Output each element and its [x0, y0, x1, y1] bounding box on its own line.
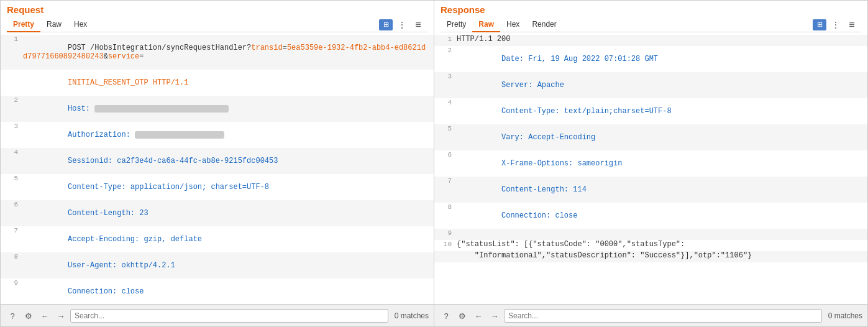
response-line-8: 8 Connection: close	[434, 203, 867, 229]
response-content: 1 HTTP/1.1 200 2 Date: Fri, 19 Aug 2022 …	[434, 32, 867, 304]
request-line-3: 3 Authorization:	[1, 122, 434, 148]
response-line-10b: "Informational","statusDescription": "Su…	[434, 251, 867, 262]
response-forward-btn[interactable]: →	[488, 309, 501, 323]
request-line-7: 7 Accept-Encoding: gzip, deflate	[1, 226, 434, 252]
request-gear-btn[interactable]: ⚙	[22, 309, 35, 323]
response-search-input[interactable]	[504, 309, 822, 323]
request-line-1b: INITIAL_RESENT_OTP HTTP/1.1	[1, 70, 434, 96]
tab-pretty-request[interactable]: Pretty	[7, 17, 40, 32]
response-back-btn[interactable]: ←	[472, 309, 485, 323]
request-search-input[interactable]	[70, 309, 388, 323]
tab-raw-response[interactable]: Raw	[472, 17, 500, 32]
response-lines-btn[interactable]: ⋮	[829, 19, 843, 30]
request-tabs-row: Pretty Raw Hex ⊞ ⋮ ≡	[7, 17, 427, 32]
response-help-btn[interactable]: ?	[439, 309, 453, 323]
response-toolbar-icons: ⊞ ⋮ ≡	[810, 18, 861, 32]
request-panel: Request Pretty Raw Hex ⊞ ⋮ ≡ 1 POST /Hob…	[1, 1, 434, 304]
request-content: 1 POST /HobsIntegration/syncRequestHandl…	[1, 32, 434, 304]
request-toolbar-icons: ⊞ ⋮ ≡	[377, 18, 427, 32]
response-matches-count: 0 matches	[825, 311, 862, 320]
response-line-3: 3 Server: Apache	[434, 72, 867, 98]
response-menu-btn[interactable]: ≡	[845, 19, 859, 30]
response-bottom-bar: ? ⚙ ← → 0 matches	[434, 305, 867, 327]
response-line-6: 6 X-Frame-Options: sameorigin	[434, 150, 867, 177]
response-wrap-btn[interactable]: ⊞	[813, 19, 826, 30]
response-tabs-row: Pretty Raw Hex Render ⊞ ⋮ ≡	[441, 17, 861, 32]
request-menu-btn[interactable]: ≡	[411, 19, 425, 30]
tab-hex-response[interactable]: Hex	[500, 17, 526, 32]
response-gear-btn[interactable]: ⚙	[455, 309, 469, 323]
response-line-7: 7 Content-Length: 114	[434, 177, 867, 203]
tab-pretty-response[interactable]: Pretty	[441, 17, 472, 32]
tab-render-response[interactable]: Render	[526, 17, 562, 32]
response-title: Response	[441, 4, 861, 15]
request-help-btn[interactable]: ?	[6, 309, 19, 323]
request-line-6: 6 Content-Length: 23	[1, 200, 434, 226]
request-lines-btn[interactable]: ⋮	[395, 19, 409, 30]
request-line-5: 5 Content-Type: application/json; charse…	[1, 174, 434, 200]
request-line-9: 9 Connection: close	[1, 279, 434, 304]
request-line-8: 8 User-Agent: okhttp/4.2.1	[1, 252, 434, 279]
request-bottom-bar: ? ⚙ ← → 0 matches	[1, 305, 434, 327]
tab-raw-request[interactable]: Raw	[40, 17, 68, 32]
request-wrap-btn[interactable]: ⊞	[379, 19, 393, 30]
request-matches-count: 0 matches	[391, 311, 429, 320]
response-line-2: 2 Date: Fri, 19 Aug 2022 07:01:28 GMT	[434, 46, 867, 72]
response-line-1: 1 HTTP/1.1 200	[434, 35, 867, 46]
response-line-10: 10 {"statusList": [{"statusCode": "0000"…	[434, 240, 867, 251]
request-title: Request	[7, 4, 427, 15]
request-line-1: 1 POST /HobsIntegration/syncRequestHandl…	[1, 35, 434, 70]
response-header: Response Pretty Raw Hex Render ⊞ ⋮ ≡	[434, 1, 867, 32]
tab-hex-request[interactable]: Hex	[68, 17, 93, 32]
request-forward-btn[interactable]: →	[54, 309, 68, 323]
request-line-4: 4 Sessionid: ca2f3e4d-ca6a-44fc-ab8e-921…	[1, 148, 434, 174]
response-line-9: 9	[434, 229, 867, 240]
response-line-5: 5 Vary: Accept-Encoding	[434, 124, 867, 150]
response-panel: Response Pretty Raw Hex Render ⊞ ⋮ ≡ 1 H…	[434, 1, 867, 304]
request-line-2: 2 Host:	[1, 96, 434, 122]
response-line-4: 4 Content-Type: text/plain;charset=UTF-8	[434, 98, 867, 124]
request-back-btn[interactable]: ←	[38, 309, 52, 323]
request-header: Request Pretty Raw Hex ⊞ ⋮ ≡	[1, 1, 434, 32]
